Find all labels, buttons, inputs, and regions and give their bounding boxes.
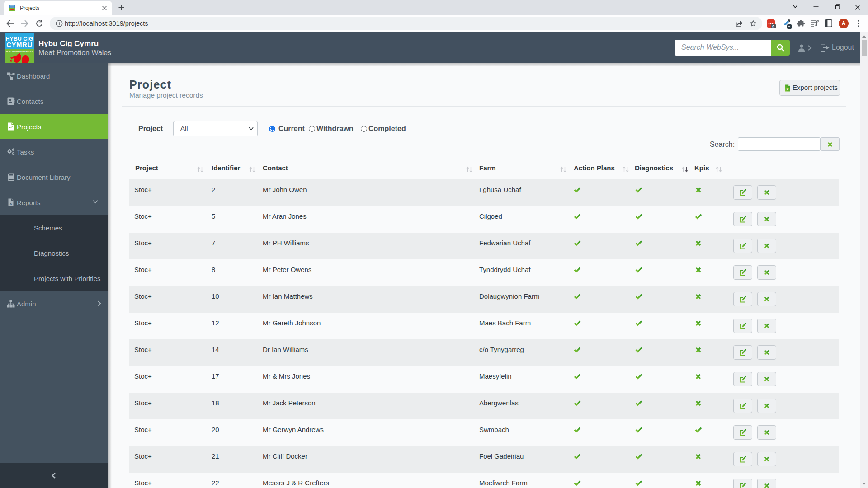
svg-text:x: x [10,202,12,206]
svg-text:MEAT PROMOTION WALES: MEAT PROMOTION WALES [6,51,33,53]
svg-text:CYMRU: CYMRU [6,41,33,48]
svg-text:9: 9 [772,24,774,28]
svg-text:x: x [787,87,789,91]
